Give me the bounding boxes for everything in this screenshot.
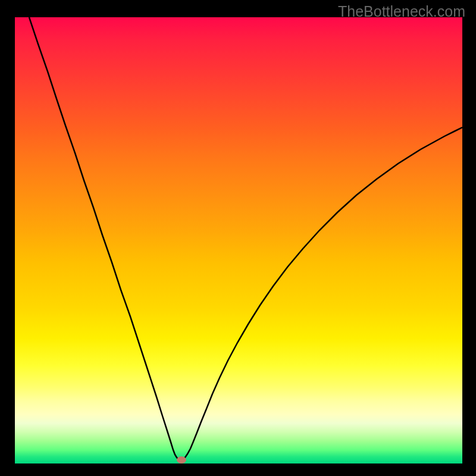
optimal-point-marker [177, 456, 186, 464]
bottleneck-curve [29, 17, 462, 460]
plot-area [15, 17, 462, 464]
chart-container: TheBottleneck.com [0, 0, 476, 476]
watermark-text: TheBottleneck.com [338, 3, 465, 20]
curve-svg [15, 17, 462, 464]
